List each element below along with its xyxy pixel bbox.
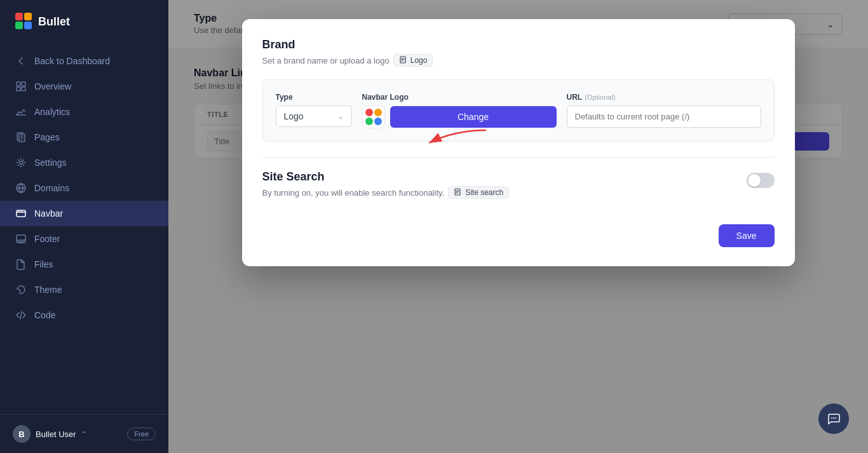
url-label-row: URL (Optional): [567, 93, 761, 102]
sidebar-item-back[interactable]: Back to Dashboard: [0, 48, 168, 74]
color-dot-blue: [374, 118, 382, 125]
sidebar-analytics-label: Analytics: [34, 107, 70, 117]
logo-preview: [362, 105, 385, 128]
sidebar-item-overview[interactable]: Overview: [0, 74, 168, 99]
sidebar-item-domains[interactable]: Domains: [0, 175, 168, 201]
sidebar-settings-label: Settings: [34, 158, 67, 168]
type-label: Type: [276, 93, 352, 102]
sidebar-navigation: Back to Dashboard Overview Analytics: [0, 43, 168, 414]
bullet-logo-icon: [15, 13, 33, 30]
site-search-title: Site Search: [262, 170, 510, 184]
site-search-section: Site Search By turning on, you will enab…: [262, 170, 775, 212]
brand-doc-link-label: Logo: [410, 56, 428, 65]
sidebar-theme-label: Theme: [34, 285, 62, 295]
sidebar-back-label: Back to Dashboard: [34, 56, 110, 66]
svg-point-21: [833, 417, 834, 419]
svg-point-15: [22, 211, 23, 212]
site-search-doc-link-label: Site search: [465, 188, 503, 197]
svg-rect-0: [15, 13, 23, 20]
svg-point-22: [835, 417, 836, 419]
domains-icon: [15, 182, 27, 194]
sidebar-files-label: Files: [34, 259, 53, 269]
pages-icon: [15, 132, 27, 143]
sidebar: Bullet Back to Dashboard Overview: [0, 0, 168, 453]
sidebar-navbar-label: Navbar: [34, 208, 63, 219]
url-input[interactable]: [567, 105, 761, 128]
sidebar-logo: Bullet: [0, 0, 168, 43]
toggle-knob: [748, 174, 761, 187]
navbar-logo-row: Change: [362, 105, 557, 128]
settings-icon: [15, 157, 27, 168]
modal-footer: Save: [262, 224, 775, 247]
sidebar-item-code[interactable]: Code: [0, 302, 168, 328]
navbar-logo-group: Navbar Logo Change: [362, 93, 557, 128]
code-icon: [15, 309, 27, 321]
user-name: Bullet User: [36, 429, 76, 439]
brand-form: Type Logo ⌄ Navbar Logo: [262, 79, 775, 142]
user-info[interactable]: B Bullet User ⌃: [13, 425, 87, 443]
svg-point-20: [831, 417, 832, 419]
brand-doc-link[interactable]: Logo: [393, 54, 433, 67]
sidebar-item-pages[interactable]: Pages: [0, 125, 168, 150]
sidebar-item-theme[interactable]: Theme: [0, 277, 168, 302]
sidebar-item-settings[interactable]: Settings: [0, 150, 168, 175]
sidebar-item-analytics[interactable]: Analytics: [0, 99, 168, 125]
change-logo-button[interactable]: Change: [390, 106, 557, 128]
color-dot-green: [365, 118, 373, 125]
analytics-icon: [15, 106, 27, 118]
type-form-group: Type Logo ⌄: [276, 93, 352, 127]
sidebar-overview-label: Overview: [34, 81, 71, 91]
optional-badge: (Optional): [585, 93, 615, 101]
url-label: URL: [567, 93, 583, 102]
avatar: B: [13, 425, 31, 443]
main-content: Type Use the default navbar or select a …: [168, 0, 868, 453]
sidebar-code-label: Code: [34, 310, 55, 320]
chevron-down-icon: ⌄: [337, 112, 344, 121]
svg-rect-12: [17, 210, 25, 217]
chat-fab-button[interactable]: [818, 403, 849, 434]
sidebar-item-files[interactable]: Files: [0, 252, 168, 277]
svg-rect-7: [22, 87, 25, 91]
plan-badge: Free: [127, 428, 156, 440]
svg-point-13: [18, 211, 19, 212]
navbar-logo-label: Navbar Logo: [362, 93, 557, 102]
save-button[interactable]: Save: [719, 224, 775, 247]
chevron-up-icon: ⌃: [81, 430, 87, 438]
sidebar-domains-label: Domains: [34, 183, 69, 193]
url-form-group: URL (Optional): [567, 93, 761, 128]
chat-icon: [827, 412, 841, 426]
grid-icon: [15, 81, 27, 92]
svg-rect-2: [15, 22, 23, 29]
color-dot-yellow: [374, 109, 382, 116]
svg-point-10: [20, 161, 23, 165]
svg-rect-5: [22, 82, 25, 86]
sidebar-item-navbar[interactable]: Navbar: [0, 201, 168, 226]
brand-type-select[interactable]: Logo ⌄: [276, 105, 352, 127]
theme-icon: [15, 284, 27, 295]
files-icon: [15, 259, 27, 270]
navbar-icon: [15, 208, 27, 219]
color-dot-red: [365, 109, 373, 116]
svg-rect-4: [17, 82, 20, 86]
brand-modal: Brand Set a brand name or upload a logo …: [242, 19, 795, 266]
svg-rect-1: [24, 13, 32, 20]
app-name: Bullet: [38, 15, 70, 29]
brand-form-row: Type Logo ⌄ Navbar Logo: [276, 93, 761, 128]
site-search-toggle[interactable]: [747, 173, 775, 188]
book-icon-2: [454, 188, 463, 197]
svg-point-14: [20, 211, 21, 212]
sidebar-pages-label: Pages: [34, 132, 60, 142]
site-search-left: Site Search By turning on, you will enab…: [262, 170, 510, 212]
sidebar-footer: B Bullet User ⌃ Free: [0, 414, 168, 453]
back-arrow-icon: [15, 55, 27, 67]
sidebar-item-footer[interactable]: Footer: [0, 226, 168, 252]
svg-rect-3: [24, 22, 32, 29]
modal-overlay: Brand Set a brand name or upload a logo …: [168, 0, 868, 453]
site-search-doc-link[interactable]: Site search: [448, 186, 509, 199]
svg-rect-6: [17, 87, 20, 91]
brand-title: Brand: [262, 38, 775, 51]
brand-type-value: Logo: [284, 111, 304, 121]
sidebar-footer-label: Footer: [34, 234, 60, 244]
site-search-desc: By turning on, you will enable search fu…: [262, 186, 510, 199]
footer-icon: [15, 233, 27, 245]
